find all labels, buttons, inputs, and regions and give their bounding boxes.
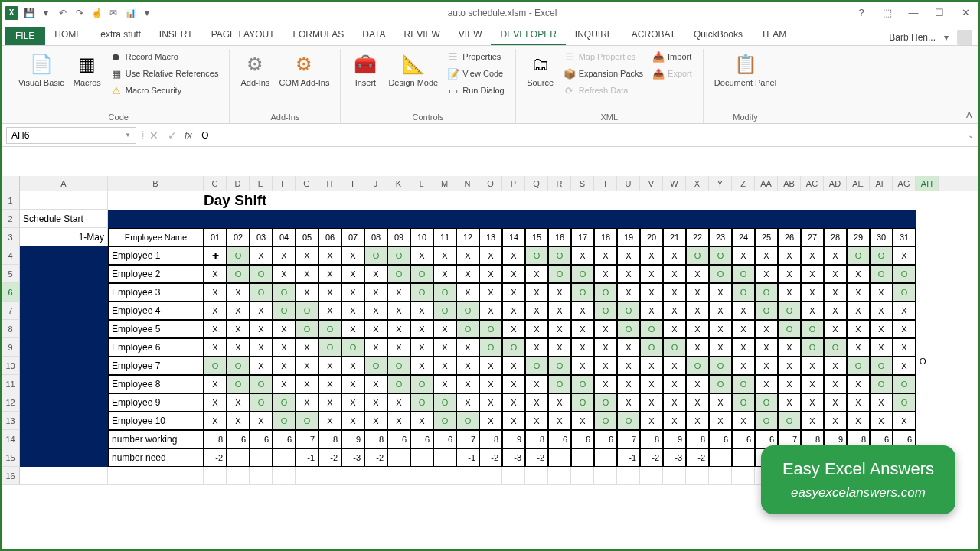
schedule-cell[interactable]: X <box>663 393 686 412</box>
sheet-title[interactable]: Day Shift <box>204 191 916 210</box>
schedule-start-label[interactable]: Schedule Start <box>20 210 108 228</box>
schedule-cell[interactable]: X <box>548 283 571 302</box>
schedule-cell[interactable]: X <box>250 412 273 430</box>
schedule-cell[interactable]: X <box>318 393 341 412</box>
schedule-cell[interactable]: X <box>640 393 663 412</box>
schedule-cell[interactable]: O <box>778 302 801 320</box>
schedule-cell[interactable]: X <box>387 302 410 320</box>
schedule-cell[interactable]: X <box>571 246 594 265</box>
row-header-16[interactable]: 16 <box>2 467 20 485</box>
schedule-cell[interactable]: X <box>640 412 663 430</box>
col-header-Z[interactable]: Z <box>732 176 755 191</box>
row-header-14[interactable]: 14 <box>2 430 20 448</box>
schedule-cell[interactable]: X <box>433 338 456 357</box>
schedule-cell[interactable]: X <box>548 412 571 430</box>
schedule-cell[interactable]: X <box>847 393 870 412</box>
cell-b16[interactable] <box>108 467 204 485</box>
email-icon[interactable]: ✉ <box>107 7 119 19</box>
blank-cell[interactable] <box>617 467 640 485</box>
schedule-cell[interactable]: X <box>433 357 456 375</box>
schedule-cell[interactable]: O <box>456 302 479 320</box>
schedule-cell[interactable]: X <box>824 283 847 302</box>
schedule-cell[interactable]: X <box>870 302 893 320</box>
day-header-12[interactable]: 12 <box>456 228 479 246</box>
row-header-3[interactable]: 3 <box>2 228 20 246</box>
schedule-cell[interactable]: X <box>594 338 617 357</box>
num-need-cell[interactable] <box>433 448 456 467</box>
col-header-X[interactable]: X <box>686 176 709 191</box>
day-header-11[interactable]: 11 <box>433 228 456 246</box>
schedule-cell[interactable]: X <box>663 302 686 320</box>
schedule-cell[interactable]: O <box>341 338 364 357</box>
num-need-cell[interactable]: -1 <box>456 448 479 467</box>
num-need-cell[interactable]: -3 <box>663 448 686 467</box>
schedule-cell[interactable]: X <box>663 375 686 393</box>
schedule-cell[interactable]: O <box>273 302 296 320</box>
num-need-cell[interactable] <box>227 448 250 467</box>
schedule-cell[interactable]: X <box>732 302 755 320</box>
schedule-cell[interactable]: O <box>870 246 893 265</box>
schedule-cell[interactable]: X <box>732 320 755 338</box>
schedule-cell[interactable]: X <box>893 246 916 265</box>
num-working-cell[interactable]: 8 <box>204 430 227 448</box>
schedule-cell[interactable]: X <box>502 302 525 320</box>
schedule-cell[interactable]: X <box>364 375 387 393</box>
visual-basic-button[interactable]: 📄Visual Basic <box>15 49 67 91</box>
save-icon[interactable]: 💾 <box>23 7 35 19</box>
schedule-cell[interactable]: X <box>318 302 341 320</box>
num-working-cell[interactable]: 7 <box>296 430 318 448</box>
day-header-17[interactable]: 17 <box>571 228 594 246</box>
schedule-cell[interactable]: X <box>387 283 410 302</box>
blank-cell[interactable] <box>479 467 502 485</box>
schedule-cell[interactable]: X <box>801 357 824 375</box>
blank-cell[interactable] <box>204 467 227 485</box>
day-header-04[interactable]: 04 <box>273 228 296 246</box>
num-need-cell[interactable]: -3 <box>341 448 364 467</box>
user-dropdown-icon[interactable]: ▾ <box>940 31 952 44</box>
row-header-4[interactable]: 4 <box>2 246 20 265</box>
employee-name[interactable]: Employee 6 <box>108 338 204 357</box>
day-header-23[interactable]: 23 <box>709 228 732 246</box>
num-need-cell[interactable] <box>273 448 296 467</box>
schedule-cell[interactable]: X <box>755 338 778 357</box>
schedule-cell[interactable]: X <box>709 338 732 357</box>
schedule-cell[interactable]: X <box>870 412 893 430</box>
tab-home[interactable]: HOME <box>45 25 91 45</box>
schedule-cell[interactable]: X <box>778 283 801 302</box>
schedule-cell[interactable]: X <box>686 265 709 283</box>
schedule-cell[interactable]: X <box>824 265 847 283</box>
col-header-G[interactable]: G <box>296 176 318 191</box>
select-all-corner[interactable] <box>2 176 20 191</box>
file-tab[interactable]: FILE <box>5 27 45 45</box>
schedule-cell[interactable]: O <box>387 246 410 265</box>
tab-formulas[interactable]: FORMULAS <box>284 25 354 45</box>
blank-cell[interactable] <box>732 467 755 485</box>
num-need-cell[interactable]: -3 <box>502 448 525 467</box>
schedule-cell[interactable]: O <box>893 393 916 412</box>
schedule-cell[interactable]: X <box>341 246 364 265</box>
tab-extra-stuff[interactable]: extra stuff <box>91 25 149 45</box>
schedule-cell[interactable]: X <box>318 375 341 393</box>
num-need-cell[interactable] <box>410 448 433 467</box>
blank-cell[interactable] <box>227 467 250 485</box>
num-need-cell[interactable]: -2 <box>364 448 387 467</box>
num-need-cell[interactable] <box>548 448 571 467</box>
schedule-cell[interactable]: O <box>227 357 250 375</box>
schedule-cell[interactable]: O <box>801 320 824 338</box>
undo-icon[interactable]: ↶ <box>57 7 69 19</box>
relative-refs-button[interactable]: ▦Use Relative References <box>107 66 222 81</box>
blank-cell[interactable] <box>686 467 709 485</box>
schedule-cell[interactable]: X <box>709 412 732 430</box>
close-icon[interactable]: ✕ <box>956 5 975 21</box>
schedule-cell[interactable]: X <box>296 246 318 265</box>
schedule-cell[interactable]: O <box>227 375 250 393</box>
schedule-cell[interactable]: X <box>410 357 433 375</box>
schedule-cell[interactable]: O <box>617 412 640 430</box>
schedule-cell[interactable]: X <box>364 393 387 412</box>
num-need-cell[interactable] <box>571 448 594 467</box>
schedule-cell[interactable]: X <box>686 412 709 430</box>
schedule-cell[interactable]: O <box>410 283 433 302</box>
schedule-cell[interactable]: O <box>364 357 387 375</box>
num-working-cell[interactable]: 9 <box>341 430 364 448</box>
schedule-cell[interactable]: O <box>433 283 456 302</box>
